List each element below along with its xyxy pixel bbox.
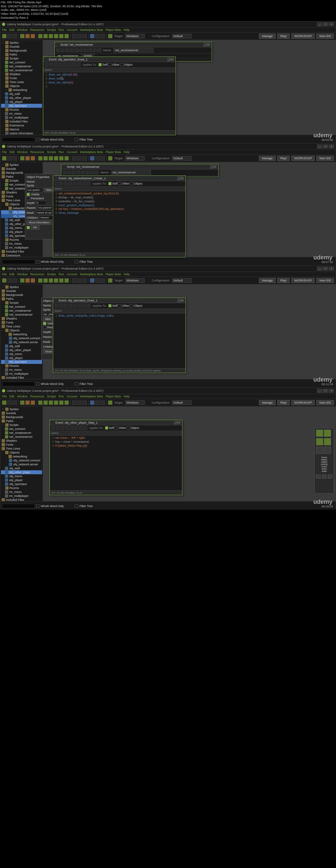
tree-room[interactable]: rm_menu xyxy=(9,112,22,115)
toolbar-icon[interactable] xyxy=(48,156,53,161)
code-editor[interactable]: 1draw_set_alpha(0.25); 2draw_self(); 3dr… xyxy=(43,72,175,89)
tree-shaders[interactable]: Shaders xyxy=(9,72,21,76)
toolbar-icon[interactable] xyxy=(72,34,76,38)
code-editor[interactable]: 1draw_sprite_ext(sprite_index,image_inde… xyxy=(53,313,186,318)
palette-icon[interactable] xyxy=(324,447,331,454)
workshop-button[interactable]: WORKSHOP xyxy=(291,33,315,39)
toolbar-icon[interactable] xyxy=(7,400,12,405)
tree-scripts[interactable]: Scripts xyxy=(9,57,19,60)
newide-button[interactable]: New IDE xyxy=(316,156,334,161)
tree-objects[interactable]: Objects xyxy=(9,84,20,88)
target-select[interactable]: Windows xyxy=(125,34,145,38)
toolbar-icon[interactable] xyxy=(72,156,76,161)
close-icon[interactable]: × xyxy=(172,58,174,61)
tool-icon[interactable] xyxy=(72,63,76,67)
toolbar-icon[interactable] xyxy=(43,400,48,405)
tool-icon[interactable] xyxy=(93,48,97,52)
radio-object[interactable] xyxy=(130,304,133,307)
toolbar-icon[interactable] xyxy=(72,400,76,405)
tool-icon[interactable] xyxy=(95,170,99,175)
tree-macros[interactable]: Macros xyxy=(9,128,20,131)
code-editor[interactable]: 1net_createserver(network_socket_tcp,651… xyxy=(53,191,186,215)
minimize-icon[interactable]: _ xyxy=(317,22,322,26)
sprite-input[interactable] xyxy=(27,188,43,192)
tool-icon[interactable] xyxy=(82,182,86,186)
tool-icon[interactable] xyxy=(77,182,81,186)
tool-icon[interactable] xyxy=(65,426,69,430)
toolbar-icon[interactable] xyxy=(82,34,87,38)
radio-self[interactable] xyxy=(108,182,111,185)
toolbar-icon[interactable] xyxy=(77,278,82,283)
name-input[interactable] xyxy=(113,48,154,53)
newide-button[interactable]: New IDE xyxy=(316,33,334,39)
tool-icon[interactable] xyxy=(82,304,86,308)
menu-edit[interactable]: Edit xyxy=(9,150,15,154)
toolbar-icon[interactable] xyxy=(95,400,100,405)
toolbar-icon[interactable] xyxy=(38,278,43,283)
tree-room[interactable]: rm_multiplayer xyxy=(9,116,29,119)
close-icon[interactable]: × xyxy=(208,43,210,46)
toolbar-icon[interactable] xyxy=(100,34,105,38)
tool-icon[interactable] xyxy=(63,63,67,67)
toolbar-icon[interactable] xyxy=(59,400,64,405)
toolbar-icon[interactable] xyxy=(64,400,69,405)
workshop-button[interactable]: WORKSHOP xyxy=(291,156,315,161)
toolbar-icon[interactable] xyxy=(59,156,64,161)
palette-icon[interactable] xyxy=(324,438,331,445)
tool-icon[interactable] xyxy=(56,426,60,430)
var-icon[interactable] xyxy=(328,474,332,478)
toolbar-icon[interactable] xyxy=(54,278,58,283)
toolbar-icon[interactable] xyxy=(25,156,30,161)
toolbar-icon[interactable] xyxy=(2,156,6,161)
menu-run[interactable]: Run xyxy=(59,28,64,32)
tool-icon[interactable] xyxy=(77,63,81,67)
toolbar-icon[interactable] xyxy=(20,278,25,283)
persistent-check[interactable] xyxy=(27,197,30,200)
depth-input[interactable] xyxy=(36,201,46,205)
tree-script[interactable]: net_connect xyxy=(9,61,25,64)
toolbar-icon[interactable] xyxy=(43,156,48,161)
tree-included[interactable]: Included Files xyxy=(9,120,28,123)
config-select[interactable]: Default xyxy=(172,400,192,405)
resource-tree[interactable]: +Sprites Sounds Backgrounds Paths -Scrip… xyxy=(0,284,43,379)
tool-icon[interactable] xyxy=(56,48,60,52)
toolbar-icon[interactable] xyxy=(90,278,95,283)
toolbar-icon[interactable] xyxy=(82,156,87,161)
tool-icon[interactable] xyxy=(76,170,80,175)
radio-self[interactable] xyxy=(98,63,102,66)
search-input[interactable] xyxy=(2,259,35,264)
toolbar-icon[interactable] xyxy=(48,34,53,38)
filtertree-check[interactable] xyxy=(75,138,78,141)
toolbar-icon[interactable] xyxy=(82,278,87,283)
toolbar-icon[interactable] xyxy=(77,400,82,405)
tool-icon[interactable] xyxy=(81,170,85,175)
toolbar-icon[interactable] xyxy=(38,400,43,405)
toolbar-icon[interactable] xyxy=(12,156,17,161)
toolbar-icon[interactable] xyxy=(31,278,35,283)
tool-icon[interactable] xyxy=(70,426,73,430)
resource-tree[interactable]: +Sprites Sounds Backgrounds Paths -Scrip… xyxy=(0,407,43,501)
toolbar-icon[interactable] xyxy=(64,278,69,283)
tree-obj-selected[interactable]: obj_netwo xyxy=(13,211,27,214)
toolbar-icon[interactable] xyxy=(54,400,58,405)
menu-playerbeta[interactable]: Player Beta xyxy=(106,150,121,154)
tree-extensions[interactable]: Extensions xyxy=(9,124,24,127)
radio-object[interactable] xyxy=(130,182,133,185)
tool-icon[interactable] xyxy=(55,304,58,308)
name-input[interactable] xyxy=(111,170,151,175)
showinfo-button[interactable]: Show Information xyxy=(27,220,52,225)
radio-other[interactable] xyxy=(108,63,111,66)
toolbar-icon[interactable] xyxy=(31,400,35,405)
tool-icon[interactable] xyxy=(64,182,68,186)
menu-run[interactable]: Run xyxy=(59,150,64,154)
tree-obj-selected[interactable]: obj_other_playe xyxy=(9,471,30,474)
tool-icon[interactable] xyxy=(65,48,69,52)
tool-icon[interactable] xyxy=(55,182,58,186)
tree-obj[interactable]: obj_wall xyxy=(9,92,20,96)
workshop-button[interactable]: WORKSHOP xyxy=(291,400,315,405)
close-icon[interactable]: × xyxy=(329,145,334,149)
toolbar-icon[interactable] xyxy=(100,156,105,161)
toolbar-icon[interactable] xyxy=(25,278,30,283)
tool-icon[interactable] xyxy=(73,182,77,186)
wholeword-check[interactable] xyxy=(36,138,39,141)
